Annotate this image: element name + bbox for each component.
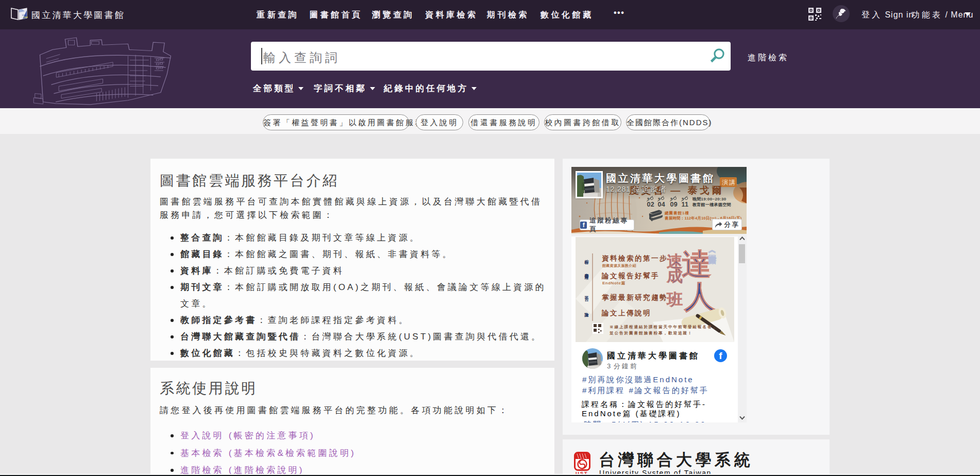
svg-text:資料檢索的第一步: 資料檢索的第一步	[602, 254, 668, 262]
svg-text:02: 02	[647, 201, 655, 208]
svg-text:※線上課程連結於課程當天中午前寄發給報名者，: ※線上課程連結於課程當天中午前寄發給報名者，	[610, 325, 717, 329]
svg-text:班: 班	[666, 291, 683, 309]
svg-text:NTHU: NTHU	[22, 14, 26, 16]
svg-text:成: 成	[666, 267, 683, 285]
svg-text:論文報告好幫手: 論文報告好幫手	[601, 271, 660, 280]
svg-text:人: 人	[684, 279, 715, 314]
svg-text:掌握最新研究趨勢: 掌握最新研究趨勢	[602, 294, 668, 301]
svg-text:並公告於圖書館臉書粉專，歡迎追蹤！: 並公告於圖書館臉書粉專，歡迎追蹤！	[609, 331, 693, 335]
svg-text:EndNote篇: EndNote篇	[602, 281, 626, 285]
svg-text:論文上傳說明: 論文上傳說明	[601, 309, 651, 317]
svg-text:09: 09	[670, 201, 678, 208]
svg-text:達: 達	[682, 247, 712, 281]
svg-text:11: 11	[682, 201, 689, 208]
svg-text:04: 04	[658, 201, 666, 208]
svg-text:館藏資源及服務介紹: 館藏資源及服務介紹	[602, 264, 636, 268]
svg-text:總圖書館1樓: 總圖書館1樓	[664, 211, 689, 215]
svg-text:LIBRARY: LIBRARY	[23, 16, 28, 19]
svg-text:教育館一樓承德空間: 教育館一樓承德空間	[692, 202, 731, 207]
svg-text:晚間19:00~20:30: 晚間19:00~20:30	[692, 197, 726, 201]
svg-text:演講: 演講	[722, 179, 736, 186]
